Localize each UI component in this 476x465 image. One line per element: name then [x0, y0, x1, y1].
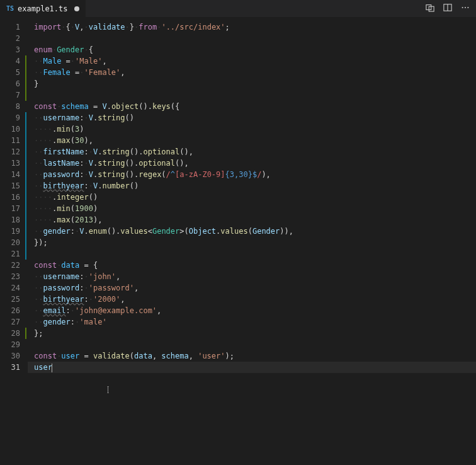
- code-line[interactable]: };: [28, 328, 476, 339]
- line-number: 8: [0, 101, 20, 112]
- code-line[interactable]: ··email:·'john@example.com',: [28, 305, 476, 316]
- tab-filename: example1.ts: [18, 4, 67, 13]
- line-number: 17: [0, 203, 20, 214]
- line-number: 26: [0, 305, 20, 316]
- code-line[interactable]: ··gender:·V.enum().values<Gender>(Object…: [28, 226, 476, 237]
- line-number: 7: [0, 89, 20, 101]
- svg-point-5: [465, 7, 466, 8]
- code-line[interactable]: ····.integer(): [28, 192, 476, 203]
- line-number: 20: [0, 237, 20, 248]
- line-number: 13: [0, 158, 20, 169]
- line-number: 24: [0, 282, 20, 294]
- text-caret: [52, 364, 52, 372]
- code-line[interactable]: ··username:·'john',: [28, 271, 476, 282]
- editor-tab[interactable]: TS example1.ts: [0, 0, 86, 17]
- line-number: 9: [0, 112, 20, 123]
- line-number: 18: [0, 214, 20, 226]
- line-number: 6: [0, 78, 20, 89]
- code-line[interactable]: ··password:·V.string().regex(/^[a-zA-Z0-…: [28, 169, 476, 180]
- line-number: 4: [0, 55, 20, 67]
- code-line[interactable]: ··password:·'password',: [28, 282, 476, 294]
- line-number: 11: [0, 135, 20, 146]
- dirty-indicator-icon: [74, 6, 79, 11]
- line-number: 19: [0, 226, 20, 237]
- code-line[interactable]: enum·Gender·{: [28, 44, 476, 55]
- line-number: 29: [0, 339, 20, 350]
- code-line[interactable]: });: [28, 237, 476, 248]
- code-line[interactable]: ··birthyear:·'2000',: [28, 294, 476, 305]
- code-line[interactable]: const·data = {: [28, 260, 476, 271]
- line-number: 10: [0, 123, 20, 135]
- code-line[interactable]: ··birthyear:·V.number(): [28, 180, 476, 192]
- code-line[interactable]: user: [28, 362, 476, 373]
- code-line[interactable]: ··gender:·'male': [28, 316, 476, 328]
- split-editor-icon[interactable]: [443, 3, 452, 14]
- line-number: 28: [0, 328, 20, 339]
- more-actions-icon[interactable]: [461, 3, 470, 14]
- code-line[interactable]: [28, 89, 476, 101]
- code-line[interactable]: ····.max(2013),: [28, 214, 476, 226]
- tab-bar: TS example1.ts: [0, 0, 476, 18]
- typescript-icon: TS: [6, 5, 14, 12]
- line-number: 3: [0, 44, 20, 55]
- code-line[interactable]: ··firstName:·V.string().optional(),: [28, 146, 476, 158]
- line-number: 15: [0, 180, 20, 192]
- compare-changes-icon[interactable]: [426, 3, 434, 14]
- line-number-gutter: 1234567891011121314151617181920212223242…: [0, 18, 28, 465]
- code-line[interactable]: ··lastName:·V.string().optional(),: [28, 158, 476, 169]
- line-number: 5: [0, 67, 20, 78]
- code-line[interactable]: [28, 248, 476, 260]
- line-number: 25: [0, 294, 20, 305]
- line-number: 2: [0, 33, 20, 44]
- code-line[interactable]: const·user = validate(data, schema, 'use…: [28, 350, 476, 362]
- code-line[interactable]: ····.max(30),: [28, 135, 476, 146]
- line-number: 22: [0, 260, 20, 271]
- line-number: 16: [0, 192, 20, 203]
- line-number: 31: [0, 362, 20, 373]
- code-editor[interactable]: 1234567891011121314151617181920212223242…: [0, 18, 476, 465]
- line-number: 1: [0, 21, 20, 33]
- code-line[interactable]: const·schema = V.object().keys({: [28, 101, 476, 112]
- code-line[interactable]: ··username:·V.string(): [28, 112, 476, 123]
- code-line[interactable]: ··Male =·'Male',: [28, 55, 476, 67]
- line-number: 14: [0, 169, 20, 180]
- code-line[interactable]: ··Female =·'Female',: [28, 67, 476, 78]
- tab-actions: [426, 3, 476, 14]
- svg-point-6: [467, 7, 468, 8]
- code-line[interactable]: [28, 33, 476, 44]
- code-line[interactable]: [28, 339, 476, 350]
- line-number: 27: [0, 316, 20, 328]
- code-line[interactable]: }: [28, 78, 476, 89]
- svg-point-4: [462, 7, 463, 8]
- line-number: 21: [0, 248, 20, 260]
- code-line[interactable]: ····.min(3): [28, 123, 476, 135]
- code-area[interactable]: import·{·V,·validate·}·from·'../src/inde…: [28, 18, 476, 465]
- code-line[interactable]: import·{·V,·validate·}·from·'../src/inde…: [28, 21, 476, 33]
- code-line[interactable]: ····.min(1900): [28, 203, 476, 214]
- line-number: 12: [0, 146, 20, 158]
- line-number: 23: [0, 271, 20, 282]
- line-number: 30: [0, 350, 20, 362]
